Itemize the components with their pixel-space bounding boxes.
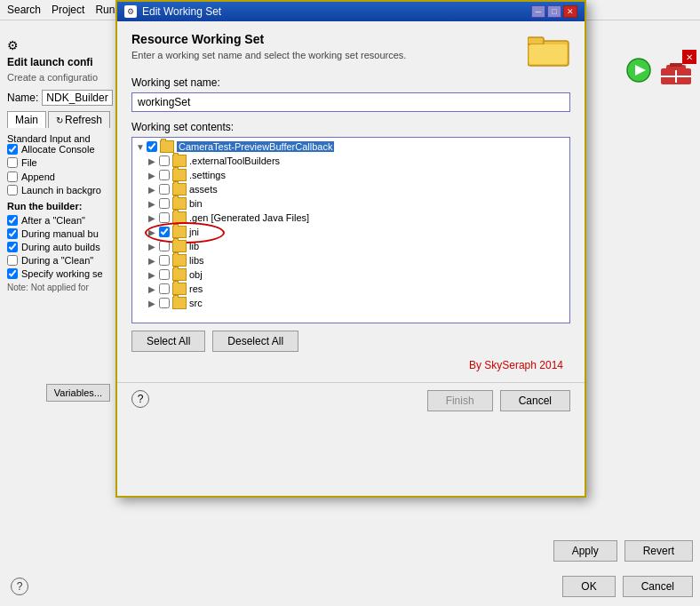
tree-expand-arrow: ▶	[148, 270, 159, 280]
launch-background-checkbox[interactable]	[7, 185, 18, 195]
tree-item[interactable]: ▶ .externalToolBuilders	[134, 154, 568, 168]
working-set-name-input[interactable]	[131, 92, 570, 112]
standard-input-label: Standard Input and	[7, 133, 117, 144]
modal-header-row: Resource Working Set Enter a working set…	[131, 32, 570, 68]
deselect-all-button[interactable]: Deselect All	[212, 331, 298, 352]
tree-item-label: lib	[189, 241, 199, 251]
modal-help-icon[interactable]: ?	[131, 390, 149, 408]
tree-item[interactable]: ▶ lib	[134, 239, 568, 253]
tree-item[interactable]: ▶ .settings	[134, 168, 568, 182]
finish-button[interactable]: Finish	[427, 390, 493, 411]
folder-icon	[172, 155, 187, 167]
tree-item-label: obj	[189, 269, 203, 280]
launch-config-sub: Create a configuratio	[7, 72, 117, 83]
tree-expand-arrow: ▶	[148, 284, 159, 294]
variables-button[interactable]: Variables...	[46, 384, 110, 402]
file-row: File	[7, 157, 117, 168]
select-all-button[interactable]: Select All	[131, 331, 205, 352]
tree-expand-arrow: ▼	[136, 142, 147, 152]
during-clean-row: During a "Clean"	[7, 255, 117, 266]
append-checkbox[interactable]	[7, 171, 18, 182]
tree-item[interactable]: ▶ res	[134, 282, 568, 296]
left-panel: ⚙ Edit launch confi Create a configurati…	[0, 31, 124, 600]
svg-rect-8	[528, 37, 544, 44]
file-label: File	[21, 157, 37, 168]
tab-main[interactable]: Main	[7, 111, 46, 128]
folder-icon	[172, 183, 187, 195]
folder-icon	[172, 254, 187, 267]
run-builder-label: Run the builder:	[7, 201, 117, 211]
launch-background-label: Launch in backgro	[21, 185, 101, 195]
menu-project[interactable]: Project	[52, 4, 84, 16]
folder-icon	[172, 297, 187, 309]
menu-run[interactable]: Run	[95, 4, 115, 16]
help-icon[interactable]: ?	[11, 578, 28, 595]
tree-item[interactable]: ▶ libs	[134, 253, 568, 267]
allocate-console-checkbox[interactable]	[7, 144, 18, 155]
main-cancel-button[interactable]: Cancel	[623, 576, 693, 597]
folder-icon	[172, 226, 187, 238]
modal-titlebar: ⚙ Edit Working Set ─ □ ✕	[117, 2, 585, 21]
name-input[interactable]	[42, 90, 113, 106]
specify-working-checkbox[interactable]	[7, 268, 18, 279]
during-manual-checkbox[interactable]	[7, 228, 18, 239]
tree-item-jni-checkbox[interactable]	[159, 227, 170, 237]
modal-title-icon: ⚙	[124, 5, 137, 18]
tree-item-checkbox[interactable]	[159, 198, 170, 209]
after-clean-checkbox[interactable]	[7, 215, 18, 226]
modal-close-button[interactable]: ✕	[563, 5, 577, 18]
bottom-ok-cancel: OK Cancel	[562, 576, 693, 597]
tree-expand-arrow: ▶	[148, 213, 159, 223]
apply-button[interactable]: Apply	[553, 540, 617, 562]
tree-item[interactable]: ▶ bin	[134, 196, 568, 211]
tree-item-checkbox[interactable]	[159, 283, 170, 294]
tree-item[interactable]: ▶ obj	[134, 267, 568, 282]
tree-item[interactable]: ▶ src	[134, 296, 568, 310]
folder-icon	[172, 240, 187, 252]
tree-view[interactable]: ▼ CameraTest-PreviewBufferCallback ▶ .e	[131, 137, 570, 323]
during-auto-checkbox[interactable]	[7, 242, 18, 252]
tree-item-checkbox[interactable]	[159, 184, 170, 195]
tree-item-label: src	[189, 298, 203, 308]
tree-item-label: libs	[189, 255, 204, 266]
tabs-row: Main ↻ Refresh	[7, 111, 117, 128]
tree-item-checkbox[interactable]	[159, 155, 170, 166]
tree-item-label: .settings	[189, 170, 226, 180]
append-row: Append	[7, 171, 117, 182]
during-clean-checkbox[interactable]	[7, 255, 18, 266]
tree-item-checkbox[interactable]	[159, 212, 170, 223]
modal-footer: ? Finish Cancel	[117, 382, 585, 419]
ok-button[interactable]: OK	[562, 576, 615, 597]
tab-refresh[interactable]: ↻ Refresh	[48, 111, 110, 128]
tree-item-checkbox[interactable]	[159, 269, 170, 280]
tree-item-checkbox[interactable]	[147, 141, 157, 152]
modal-maximize-button[interactable]: □	[547, 5, 561, 18]
tree-item-checkbox[interactable]	[159, 298, 170, 308]
allocate-console-label: Allocate Console	[21, 144, 95, 155]
svg-rect-9	[529, 44, 567, 64]
modal-minimize-button[interactable]: ─	[531, 5, 545, 18]
tree-item[interactable]: ▶ assets	[134, 182, 568, 196]
folder-icon	[172, 169, 187, 181]
play-icon	[626, 58, 651, 83]
revert-button[interactable]: Revert	[624, 540, 693, 562]
specify-working-label: Specify working se	[21, 268, 103, 279]
tree-item[interactable]: ▶ .gen [Generated Java Files]	[134, 211, 568, 225]
modal-title-buttons: ─ □ ✕	[531, 5, 577, 18]
tree-item-label: CameraTest-PreviewBufferCallback	[177, 141, 334, 152]
refresh-icon: ↻	[56, 116, 63, 125]
tree-item[interactable]: ▼ CameraTest-PreviewBufferCallback	[134, 140, 568, 154]
working-set-name-label: Working set name:	[131, 76, 570, 89]
menu-search[interactable]: Search	[7, 4, 41, 16]
close-x-button[interactable]: ✕	[682, 50, 696, 64]
tree-expand-arrow: ▶	[148, 242, 159, 251]
play-button-area[interactable]	[626, 58, 651, 85]
file-checkbox[interactable]	[7, 157, 18, 168]
name-label: Name:	[7, 92, 38, 104]
tree-item-checkbox[interactable]	[159, 241, 170, 251]
tree-item-jni[interactable]: ▶ jni	[134, 225, 568, 239]
tree-item-checkbox[interactable]	[159, 170, 170, 180]
tree-item-label: .externalToolBuilders	[189, 155, 280, 166]
modal-cancel-button[interactable]: Cancel	[500, 390, 570, 411]
tree-item-checkbox[interactable]	[159, 255, 170, 266]
